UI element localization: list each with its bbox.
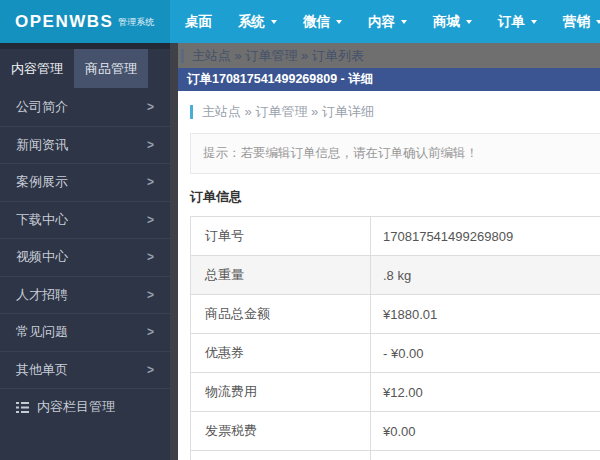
menu-item[interactable]: 微信 — [290, 0, 355, 43]
chevron-down-icon — [336, 20, 342, 24]
chevron-right-icon: > — [147, 363, 154, 377]
table-row: 发票税费 ¥0.00 — [191, 412, 600, 451]
chevron-right-icon: > — [147, 250, 154, 264]
breadcrumb-accent-bar — [190, 105, 193, 119]
main-menu: 桌面 系统 微信 内容 商城 订单 — [170, 0, 600, 43]
sidebar-item-label: 其他单页 — [16, 361, 68, 379]
menu-item-label: 桌面 — [185, 0, 212, 43]
sidebar-item[interactable]: 案例展示 > — [0, 163, 170, 201]
field-value: .8 kg — [371, 256, 600, 295]
logo-text: OPENWBS — [15, 12, 113, 32]
sidebar-item[interactable]: 公司简介 > — [0, 88, 170, 126]
logo-suffix: 管理系统 — [118, 16, 154, 29]
chevron-down-icon — [531, 20, 537, 24]
main-content: 主站点 » 订单管理 » 订单列表 订单170817541499269809 -… — [178, 43, 600, 460]
field-label: 物流费用 — [191, 373, 371, 412]
sidebar-item-label: 新闻资讯 — [16, 136, 68, 154]
table-row: 商品总金额 ¥1880.01 — [191, 295, 600, 334]
menu-item-label: 营销 — [563, 0, 590, 43]
chevron-down-icon — [466, 20, 472, 24]
chevron-right-icon: > — [147, 325, 154, 339]
chevron-right-icon: > — [147, 175, 154, 189]
menu-item-label: 订单 — [498, 0, 525, 43]
field-label: 优惠券 — [191, 334, 371, 373]
sidebar-tabs: 内容管理 商品管理 — [0, 49, 170, 88]
field-label: 订单号 — [191, 217, 371, 256]
table-row: 总重量 .8 kg — [191, 256, 600, 295]
sidebar-item[interactable]: 常见问题 > — [0, 313, 170, 351]
breadcrumb: 主站点 » 订单管理 » 订单详细 — [202, 103, 374, 121]
field-label: 商品总金额 — [191, 295, 371, 334]
field-label: 总重量 — [191, 256, 371, 295]
order-detail-title-bar: 订单170817541499269809 - 详细 — [178, 68, 600, 91]
menu-item-label: 内容 — [368, 0, 395, 43]
table-row: 物流费用 ¥12.00 — [191, 373, 600, 412]
menu-item-label: 系统 — [238, 0, 265, 43]
breadcrumb: 主站点 » 订单管理 » 订单列表 — [192, 47, 364, 65]
table-row: 优惠券 - ¥0.00 — [191, 334, 600, 373]
sidebar-menu: 公司简介 > 新闻资讯 > 案例展示 > 下载中心 > 视频中心 > — [0, 88, 170, 388]
menu-item[interactable]: 内容 — [355, 0, 420, 43]
chevron-right-icon: > — [147, 288, 154, 302]
sidebar-item-label: 人才招聘 — [16, 286, 68, 304]
sidebar-item[interactable]: 下载中心 > — [0, 201, 170, 239]
sidebar-item[interactable]: 新闻资讯 > — [0, 126, 170, 164]
order-info-table: 订单号 170817541499269809 总重量 .8 kg 商品总金额 ¥… — [190, 216, 600, 460]
sidebar-item-label: 下载中心 — [16, 211, 68, 229]
tip-message: 提示：若要编辑订单信息，请在订单确认前编辑！ — [190, 133, 600, 174]
chevron-right-icon: > — [147, 213, 154, 227]
order-detail-panel: 主站点 » 订单管理 » 订单详细 提示：若要编辑订单信息，请在订单确认前编辑！… — [178, 91, 600, 460]
menu-item[interactable]: 系统 — [225, 0, 290, 43]
field-value: 170817541499269809 — [371, 217, 600, 256]
field-value: ¥0.00 — [371, 412, 600, 451]
field-value: - ¥0.00 — [371, 334, 600, 373]
field-value: ¥0.00 — [371, 451, 600, 460]
sidebar-item[interactable]: 视频中心 > — [0, 238, 170, 276]
chevron-down-icon — [596, 20, 600, 24]
sidebar: 内容管理 商品管理 公司简介 > 新闻资讯 > 案例展示 > 下载中心 > — [0, 43, 170, 460]
tab-product-manage[interactable]: 商品管理 — [74, 49, 148, 88]
field-value: ¥12.00 — [371, 373, 600, 412]
sidebar-item-label: 公司简介 — [16, 98, 68, 116]
menu-item[interactable]: 营销 — [550, 0, 600, 43]
top-navbar: OPENWBS 管理系统 桌面 系统 微信 内容 商 — [0, 0, 600, 43]
table-row: 支付手续费 ¥0.00 — [191, 451, 600, 460]
sidebar-item-label: 内容栏目管理 — [37, 398, 115, 416]
app-logo: OPENWBS 管理系统 — [0, 0, 170, 43]
dimmed-breadcrumb-strip: 主站点 » 订单管理 » 订单列表 — [178, 43, 600, 68]
chevron-down-icon — [401, 20, 407, 24]
menu-item[interactable]: 商城 — [420, 0, 485, 43]
chevron-down-icon — [271, 20, 277, 24]
order-detail-title: 订单170817541499269809 - 详细 — [187, 72, 373, 86]
sidebar-item-label: 案例展示 — [16, 173, 68, 191]
field-value: ¥1880.01 — [371, 295, 600, 334]
table-row: 订单号 170817541499269809 — [191, 217, 600, 256]
menu-item[interactable]: 桌面 — [172, 0, 225, 43]
detail-breadcrumb: 主站点 » 订单管理 » 订单详细 — [190, 103, 600, 121]
chevron-right-icon: > — [147, 138, 154, 152]
section-title: 订单信息 — [190, 188, 600, 206]
tab-content-manage[interactable]: 内容管理 — [0, 49, 74, 88]
field-label: 支付手续费 — [191, 451, 371, 460]
sidebar-item-content-columns[interactable]: 内容栏目管理 — [0, 388, 170, 426]
breadcrumb-accent-bar — [181, 49, 184, 63]
chevron-right-icon: > — [147, 100, 154, 114]
menu-item-label: 商城 — [433, 0, 460, 43]
menu-item-label: 微信 — [303, 0, 330, 43]
sidebar-item-label: 常见问题 — [16, 323, 68, 341]
content-gutter — [170, 43, 178, 460]
menu-item[interactable]: 订单 — [485, 0, 550, 43]
field-label: 发票税费 — [191, 412, 371, 451]
sidebar-item[interactable]: 其他单页 > — [0, 351, 170, 389]
sidebar-item-label: 视频中心 — [16, 248, 68, 266]
sidebar-item[interactable]: 人才招聘 > — [0, 276, 170, 314]
list-icon — [16, 402, 29, 413]
